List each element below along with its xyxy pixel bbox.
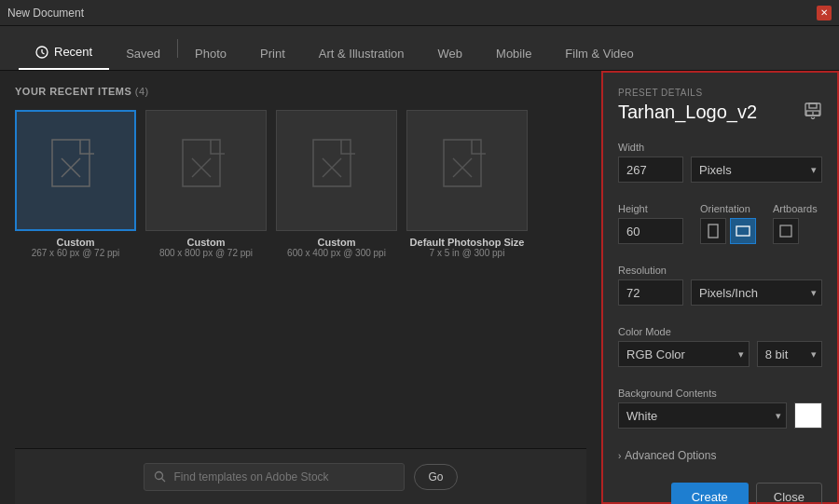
svg-rect-23 — [780, 225, 791, 237]
advanced-options-label: Advanced Options — [625, 449, 716, 462]
thumb-sublabel-4: 7 x 5 in @ 300 ppi — [430, 248, 505, 258]
document-icon-1 — [48, 138, 103, 203]
orientation-buttons — [700, 218, 756, 244]
svg-rect-12 — [444, 140, 481, 186]
artboards-label: Artboards — [773, 203, 818, 214]
bottom-search-bar: Find templates on Adobe Stock Go — [15, 448, 586, 504]
recent-count: (4) — [135, 86, 149, 97]
recent-item-3[interactable]: Custom 600 x 400 px @ 300 ppi — [276, 110, 397, 258]
search-box[interactable]: Find templates on Adobe Stock — [144, 463, 405, 491]
document-icon-2 — [178, 138, 234, 203]
window-title: New Document — [7, 7, 84, 20]
titlebar: New Document ✕ — [0, 0, 839, 26]
tab-recent-label: Recent — [54, 45, 92, 59]
thumbnails-grid: Custom 267 x 60 px @ 72 ppi Custom — [15, 110, 586, 258]
tab-web[interactable]: Web — [421, 37, 480, 70]
preset-name: Tarhan_Logo_v2 — [618, 102, 757, 123]
width-unit-select[interactable]: Pixels Inches cm — [691, 157, 822, 183]
thumb-sublabel-1: 267 x 60 px @ 72 ppi — [32, 248, 120, 258]
chevron-right-icon: › — [618, 451, 621, 461]
tab-film-video[interactable]: Film & Video — [548, 37, 650, 70]
resolution-row: Pixels/Inch Pixels/Cm — [618, 279, 822, 306]
recent-header: YOUR RECENT ITEMS (4) — [15, 86, 586, 97]
thumb-sublabel-2: 800 x 800 px @ 72 ppi — [159, 248, 253, 258]
document-icon-4 — [439, 138, 495, 203]
tab-art-label: Art & Illustration — [319, 47, 405, 61]
color-mode-row: RGB Color CMYK Color Grayscale 8 bit 16 … — [618, 341, 822, 367]
bg-contents-label: Background Contents — [618, 388, 822, 399]
thumb-label-4: Default Photoshop Size — [410, 237, 525, 248]
bit-depth-wrapper: 8 bit 16 bit 32 bit — [757, 341, 822, 367]
clock-icon — [35, 46, 48, 59]
bg-contents-section: Background Contents White Black Backgrou… — [618, 388, 822, 438]
bg-contents-row: White Black Background Color Transparent — [618, 402, 822, 429]
action-buttons: Create Close — [618, 473, 822, 504]
svg-rect-18 — [809, 103, 817, 108]
tabs-bar: Recent Saved Photo Print Art & Illustrat… — [0, 26, 839, 71]
tab-print-label: Print — [260, 47, 285, 61]
go-button[interactable]: Go — [414, 464, 457, 490]
preset-name-row: Tarhan_Logo_v2 — [618, 102, 822, 123]
color-mode-label: Color Mode — [618, 326, 822, 337]
tab-mobile[interactable]: Mobile — [479, 37, 548, 70]
thumb-sublabel-3: 600 x 400 px @ 300 ppi — [287, 248, 386, 258]
bit-depth-select[interactable]: 8 bit 16 bit 32 bit — [757, 341, 822, 367]
height-label: Height — [618, 203, 683, 214]
recent-item-4[interactable]: Default Photoshop Size 7 x 5 in @ 300 pp… — [406, 110, 528, 258]
color-mode-wrapper: RGB Color CMYK Color Grayscale — [618, 341, 750, 367]
resolution-input[interactable] — [618, 279, 683, 306]
tab-web-label: Web — [438, 47, 463, 61]
tab-mobile-label: Mobile — [496, 47, 531, 61]
color-mode-section: Color Mode RGB Color CMYK Color Grayscal… — [618, 326, 822, 376]
width-row: Pixels Inches cm — [618, 157, 822, 183]
width-unit-wrapper: Pixels Inches cm — [691, 157, 822, 183]
artboards-section: Artboards — [773, 203, 818, 244]
close-window-button[interactable]: ✕ — [817, 6, 832, 20]
portrait-button[interactable] — [700, 218, 726, 244]
thumb-box-2 — [145, 110, 267, 231]
advanced-options-toggle[interactable]: › Advanced Options — [618, 449, 822, 462]
svg-rect-6 — [183, 140, 220, 186]
create-button[interactable]: Create — [671, 483, 749, 504]
thumb-box-1 — [15, 110, 136, 231]
tab-saved[interactable]: Saved — [109, 37, 177, 70]
bg-contents-select-wrapper: White Black Background Color Transparent — [618, 402, 787, 429]
tab-saved-label: Saved — [126, 47, 160, 61]
tab-photo[interactable]: Photo — [178, 37, 243, 70]
height-section: Height — [618, 203, 683, 244]
search-placeholder: Find templates on Adobe Stock — [173, 470, 328, 484]
artboards-button[interactable] — [773, 218, 799, 244]
svg-point-15 — [156, 472, 163, 480]
tab-print[interactable]: Print — [243, 37, 302, 70]
left-panel: YOUR RECENT ITEMS (4) Custom 2 — [0, 71, 601, 504]
recent-item-2[interactable]: Custom 800 x 800 px @ 72 ppi — [145, 110, 267, 258]
svg-rect-22 — [736, 226, 750, 236]
preset-details-label: PRESET DETAILS — [618, 88, 822, 98]
resolution-section: Resolution Pixels/Inch Pixels/Cm — [618, 265, 822, 315]
height-orient-row: Height Orientation Artboards — [618, 203, 822, 244]
document-icon-3 — [309, 138, 364, 203]
resolution-unit-wrapper: Pixels/Inch Pixels/Cm — [691, 279, 822, 306]
bg-color-swatch[interactable] — [794, 402, 822, 429]
bg-contents-select[interactable]: White Black Background Color Transparent — [618, 402, 787, 429]
resolution-unit-select[interactable]: Pixels/Inch Pixels/Cm — [691, 279, 822, 306]
thumb-label-3: Custom — [318, 237, 356, 248]
svg-rect-21 — [708, 225, 718, 238]
color-mode-select[interactable]: RGB Color CMYK Color Grayscale — [618, 341, 750, 367]
search-icon — [154, 470, 166, 483]
tab-recent[interactable]: Recent — [19, 35, 109, 70]
svg-line-2 — [42, 52, 45, 54]
save-preset-icon[interactable] — [804, 102, 822, 123]
recent-title: YOUR RECENT ITEMS — [15, 86, 131, 97]
width-input[interactable] — [618, 157, 683, 183]
recent-item-1[interactable]: Custom 267 x 60 px @ 72 ppi — [15, 110, 136, 258]
thumb-box-4 — [406, 110, 528, 231]
width-section: Width Pixels Inches cm — [618, 142, 822, 192]
height-input[interactable] — [618, 218, 683, 244]
thumb-label-2: Custom — [187, 237, 226, 248]
tab-art-illustration[interactable]: Art & Illustration — [302, 37, 421, 70]
close-button[interactable]: Close — [756, 483, 822, 504]
width-label: Width — [618, 142, 822, 153]
content-area: YOUR RECENT ITEMS (4) Custom 2 — [0, 71, 839, 504]
landscape-button[interactable] — [730, 218, 756, 244]
